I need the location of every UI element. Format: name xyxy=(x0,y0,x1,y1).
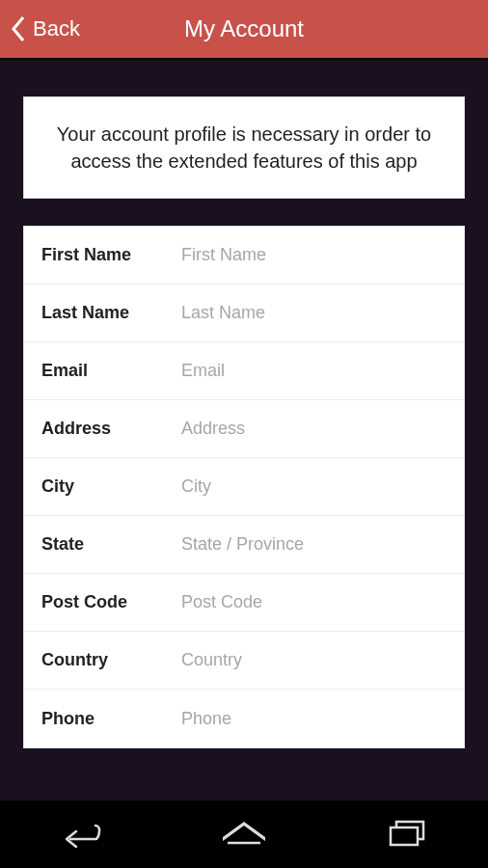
row-last-name: Last Name xyxy=(24,285,464,342)
label-last-name: Last Name xyxy=(41,303,181,323)
label-email: Email xyxy=(41,361,181,381)
row-country: Country xyxy=(24,632,464,690)
header-bar: Back My Account xyxy=(0,0,488,60)
label-address: Address xyxy=(41,419,181,439)
label-state: State xyxy=(41,534,181,555)
input-first-name[interactable] xyxy=(181,245,447,265)
row-city: City xyxy=(24,458,464,516)
input-country[interactable] xyxy=(181,650,447,670)
input-phone[interactable] xyxy=(181,709,447,729)
row-first-name: First Name xyxy=(24,227,464,285)
input-address[interactable] xyxy=(181,419,447,439)
back-button[interactable]: Back xyxy=(0,15,80,42)
info-card: Your account profile is necessary in ord… xyxy=(23,96,465,199)
nav-recent-icon xyxy=(383,816,431,849)
input-post-code[interactable] xyxy=(181,592,447,612)
input-last-name[interactable] xyxy=(181,303,447,323)
input-email[interactable] xyxy=(181,361,447,381)
nav-recent-button[interactable] xyxy=(383,816,431,853)
svg-marker-0 xyxy=(223,822,265,841)
profile-form: First Name Last Name Email Address City … xyxy=(23,226,465,748)
nav-back-button[interactable] xyxy=(57,816,105,853)
label-first-name: First Name xyxy=(41,245,181,265)
row-address: Address xyxy=(24,400,464,458)
row-state: State xyxy=(24,516,464,574)
label-post-code: Post Code xyxy=(41,592,181,612)
row-post-code: Post Code xyxy=(24,574,464,632)
nav-home-button[interactable] xyxy=(220,816,268,853)
back-label: Back xyxy=(33,16,80,41)
nav-back-icon xyxy=(57,816,105,849)
row-email: Email xyxy=(24,342,464,400)
label-city: City xyxy=(41,476,181,497)
label-country: Country xyxy=(41,650,181,670)
input-state[interactable] xyxy=(181,534,447,555)
label-phone: Phone xyxy=(41,709,181,729)
row-phone: Phone xyxy=(24,690,464,747)
nav-home-icon xyxy=(220,816,268,849)
input-city[interactable] xyxy=(181,476,447,497)
chevron-left-icon xyxy=(10,15,27,42)
android-nav-bar xyxy=(0,800,488,868)
svg-rect-2 xyxy=(391,827,418,845)
